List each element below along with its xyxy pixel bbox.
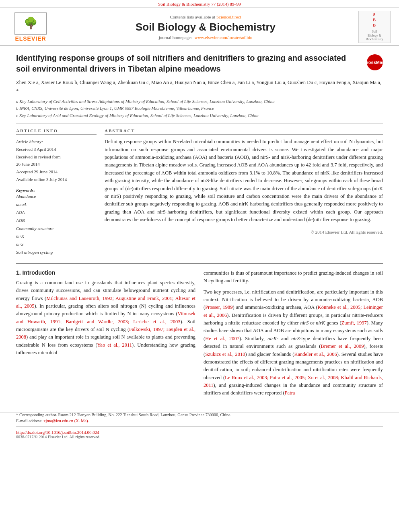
journal-logo-section: S B B SoilBiology &Biochemistry bbox=[356, 11, 393, 43]
keywords-label: Keywords: bbox=[16, 188, 97, 193]
science-direct-line: Contents lists available at ScienceDirec… bbox=[63, 14, 348, 19]
elsevier-logo: 🌳 ELSEVIER bbox=[6, 12, 55, 42]
affil-a-text: a Key Laboratory of Cell Activities and … bbox=[16, 98, 275, 105]
keyword-community: Community structure bbox=[16, 225, 97, 233]
revised-label: Received in revised form bbox=[16, 153, 97, 161]
cite-milchunas: Milchunas and Lauenroth, 1993; Augustine… bbox=[16, 296, 195, 309]
revised-date: 26 June 2014 bbox=[16, 160, 97, 168]
cite-falkowski: Falkowski, 1997; Heijden et al., 2008 bbox=[16, 327, 195, 340]
keyword-amoA: amoA bbox=[16, 201, 97, 209]
article-info-abstract-section: ARTICLE INFO Article history: Received 3… bbox=[16, 123, 383, 257]
article-content: Identifying response groups of soil nitr… bbox=[0, 46, 399, 401]
homepage-label: journal homepage: bbox=[159, 35, 192, 40]
and-text: and bbox=[219, 382, 226, 388]
journal-reference: Soil Biology & Biochemistry 77 (2014) 89… bbox=[158, 2, 241, 6]
journal-header: 🌳 ELSEVIER Contents lists available at S… bbox=[0, 8, 399, 46]
cite-prosser: Prosser, 1989 bbox=[205, 304, 232, 310]
page-wrapper: Soil Biology & Biochemistry 77 (2014) 89… bbox=[0, 0, 399, 447]
received-date: Received 3 April 2014 bbox=[16, 146, 97, 153]
cite-szukics: Szukics et al., 2010 bbox=[205, 351, 245, 357]
corresponding-note: * Corresponding author. Room 212 Tianyan… bbox=[16, 413, 383, 417]
right-paragraph-2: Two key processes, i.e. nitrification an… bbox=[204, 288, 383, 397]
affiliation-a: a Key Laboratory of Cell Activities and … bbox=[16, 98, 383, 105]
article-history-block: Article history: Received 3 April 2014 R… bbox=[16, 138, 97, 183]
elsevier-logo-section: 🌳 ELSEVIER bbox=[6, 12, 55, 42]
keyword-AOA: AOA bbox=[16, 209, 97, 217]
abstract-column: ABSTRACT Defining response groups within… bbox=[105, 128, 383, 257]
affiliations-section: a Key Laboratory of Cell Activities and … bbox=[16, 98, 383, 119]
journal-reference-bar: Soil Biology & Biochemistry 77 (2014) 89… bbox=[0, 0, 399, 8]
section-title-text: Introduction bbox=[23, 269, 56, 276]
body-content: 1. Introduction Grazing is a common land… bbox=[16, 263, 383, 401]
crossmark-icon: CrossMark bbox=[364, 60, 387, 65]
doi-link[interactable]: http://dx.doi.org/10.1016/j.soilbio.2014… bbox=[16, 430, 383, 435]
copyright-line: © 2014 Elsevier Ltd. All rights reserved… bbox=[105, 227, 383, 234]
cite-bremer: Bremer et al., 2009 bbox=[321, 343, 364, 349]
cite-yao: Yao et al., 2011 bbox=[97, 342, 132, 348]
affil-c-text: c Key Laboratory of Arid and Grassland E… bbox=[16, 112, 259, 119]
available-date: Available online 3 July 2014 bbox=[16, 176, 97, 183]
right-paragraph-1: communities is thus of paramount importa… bbox=[204, 269, 383, 285]
footer-section: * Corresponding author. Room 212 Tianyan… bbox=[0, 412, 399, 439]
keyword-N-cycling: Soil nitrogen cycling bbox=[16, 249, 97, 257]
accepted-date: Accepted 29 June 2014 bbox=[16, 168, 97, 176]
article-title: Identifying response groups of soil nitr… bbox=[16, 53, 367, 74]
footer-divider bbox=[0, 404, 399, 404]
keyword-nirK: nirK bbox=[16, 232, 97, 240]
affil-b-text: b INRA, CNRS, Université de Lyon, Univer… bbox=[16, 105, 214, 112]
science-direct-text: Contents lists available at bbox=[170, 14, 215, 19]
email-address: xjma@lzu.edu.cn (X. Ma). bbox=[43, 419, 89, 423]
journal-logo-image: S B B SoilBiology &Biochemistry bbox=[358, 11, 391, 43]
keyword-abundance: Abundance bbox=[16, 193, 97, 201]
cite-patra: Patra bbox=[285, 390, 295, 396]
journal-title: Soil Biology & Biochemistry bbox=[63, 21, 348, 33]
introduction-title: 1. Introduction bbox=[16, 269, 195, 276]
keyword-nirS: nirS bbox=[16, 240, 97, 249]
elsevier-logo-box: 🌳 bbox=[14, 12, 47, 35]
nirS-italic: nirS bbox=[300, 320, 309, 326]
cite-leroux: Le Roux et al., 2003; Patra et al., 2005… bbox=[204, 375, 383, 388]
cite-vitousek: Vitousek and Howarth, 1991; Bardgett and… bbox=[16, 311, 195, 324]
elsevier-wordmark: ELSEVIER bbox=[15, 35, 46, 42]
article-info-label: ARTICLE INFO bbox=[16, 128, 97, 135]
article-title-section: Identifying response groups of soil nitr… bbox=[16, 46, 383, 78]
science-direct-link[interactable]: ScienceDirect bbox=[216, 14, 241, 19]
authors-line: Zhen Xie a, Xavier Le Roux b, Chuanpei W… bbox=[16, 78, 383, 96]
introduction-column: 1. Introduction Grazing is a common land… bbox=[16, 269, 195, 401]
abstract-text: Defining response groups within N-relate… bbox=[105, 138, 383, 224]
homepage-url[interactable]: www.elsevier.com/locate/soilbio bbox=[195, 35, 252, 40]
section-number: 1. bbox=[16, 269, 21, 276]
nirK-italic: nirK bbox=[316, 320, 325, 326]
issn-line: 0038-0717/© 2014 Elsevier Ltd. All right… bbox=[16, 435, 383, 439]
keywords-section: Keywords: Abundance amoA AOA AOB Communi… bbox=[16, 188, 97, 256]
elsevier-tree-icon: 🌳 bbox=[24, 18, 38, 29]
right-body-column: communities is thus of paramount importa… bbox=[204, 269, 383, 401]
keyword-AOB: AOB bbox=[16, 217, 97, 225]
journal-homepage-line: journal homepage: www.elsevier.com/locat… bbox=[63, 35, 348, 40]
nirK-italic2: nirK bbox=[267, 336, 277, 341]
cite-kandeler: Kandeler et al., 2006 bbox=[294, 351, 337, 357]
cite-zumft: Zumft, 1997 bbox=[341, 320, 367, 326]
journal-header-center: Contents lists available at ScienceDirec… bbox=[55, 14, 356, 40]
email-line: E-mail address: xjma@lzu.edu.cn (X. Ma). bbox=[16, 419, 383, 423]
abstract-label: ABSTRACT bbox=[105, 128, 383, 135]
article-info-column: ARTICLE INFO Article history: Received 3… bbox=[16, 128, 97, 257]
history-label: Article history: bbox=[16, 138, 97, 146]
intro-paragraph-1: Grazing is a common land use in grasslan… bbox=[16, 279, 195, 357]
affiliation-b: b INRA, CNRS, Université de Lyon, Univer… bbox=[16, 105, 383, 112]
cite-he: He et al., 2007 bbox=[205, 336, 239, 341]
nirS-italic2: nirS bbox=[291, 336, 300, 341]
affiliation-c: c Key Laboratory of Arid and Grassland E… bbox=[16, 112, 383, 119]
footer-divider2 bbox=[16, 426, 383, 427]
crossmark-badge: CrossMark bbox=[367, 54, 383, 70]
email-label: E-mail address: bbox=[16, 419, 43, 423]
authors-text: Zhen Xie a, Xavier Le Roux b, Chuanpei W… bbox=[16, 80, 381, 94]
